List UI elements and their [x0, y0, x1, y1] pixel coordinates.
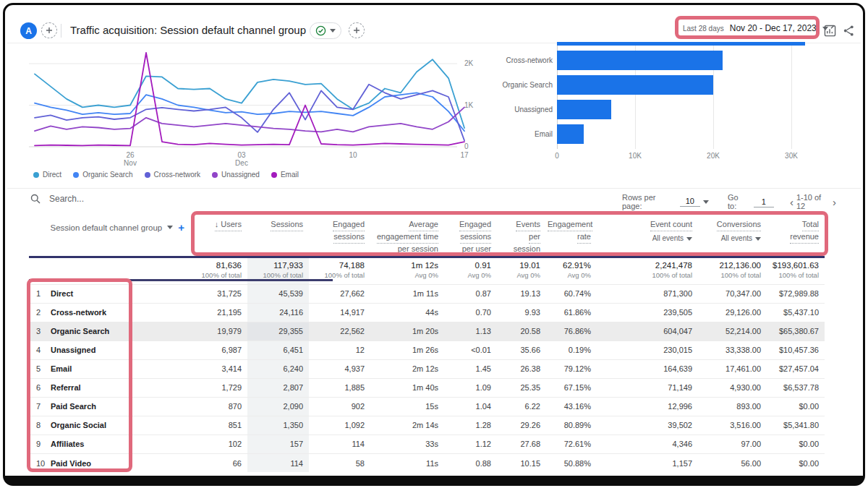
table-row: 1Direct31,72545,53927,6621m 11s0.8719.13… — [29, 284, 825, 303]
column-header-engagement-rate[interactable]: Engagementrate — [546, 213, 597, 257]
totals-value: 1m 12s — [372, 261, 438, 270]
share-icon — [843, 25, 855, 37]
column-header-line: Event count — [598, 219, 692, 231]
legend-label: Unassigned — [221, 171, 260, 179]
legend-item-cross-network[interactable]: Cross-network — [145, 171, 200, 179]
goto-page-input[interactable] — [754, 197, 774, 207]
search-input[interactable] — [48, 193, 192, 205]
channel-name: Email — [49, 359, 188, 378]
table-row: 4Unassigned6,9876,451121m 26s<0.0135.660… — [29, 341, 825, 359]
metric-cell: 6,451 — [247, 341, 309, 359]
channel-name: Unassigned — [49, 341, 188, 359]
column-header-events-per-session[interactable]: Eventspersession — [497, 213, 546, 257]
previous-page-button[interactable]: ‹ — [787, 197, 796, 207]
bar-category-label: Email — [492, 124, 553, 145]
bar-category-label: Organic Search — [492, 74, 553, 95]
column-header-engaged-sessions-per-user[interactable]: Engagedsessionsper user — [444, 213, 497, 257]
metric-cell: 604,047 — [597, 322, 698, 341]
avatar: A — [20, 22, 37, 39]
share-button[interactable] — [841, 22, 856, 38]
column-header-conversions[interactable]: ConversionsAll events — [698, 213, 767, 257]
column-header-event-count[interactable]: Event countAll events — [597, 213, 698, 257]
bar-row-direct: Direct — [492, 42, 835, 46]
rows-per-page-select[interactable]: 10 — [680, 197, 700, 207]
row-number: 1 — [29, 284, 49, 303]
legend-label: Email — [281, 171, 299, 179]
add-dimension-button[interactable]: + — [178, 221, 184, 234]
row-number: 7 — [29, 397, 49, 416]
metric-cell: 102 — [188, 435, 247, 453]
totals-sublabel: 100% of total — [190, 271, 242, 279]
channel-name: Cross-network — [49, 303, 188, 322]
customize-report-button[interactable] — [822, 22, 838, 38]
add-comparison-button[interactable] — [41, 22, 57, 38]
report-status-dropdown[interactable] — [310, 22, 341, 39]
metric-cell: 2,807 — [247, 378, 309, 397]
metric-cell: 80.89% — [546, 416, 597, 435]
y-axis-tick: 0 — [464, 142, 469, 150]
legend-dot-icon — [73, 172, 79, 178]
metric-cell: 12,996 — [597, 397, 698, 416]
chevron-down-icon[interactable] — [703, 200, 709, 204]
metric-cell: 239,505 — [597, 303, 698, 322]
table-row: 7Paid Search8702,09090215s1.046.2243.16%… — [29, 397, 825, 416]
legend-dot-icon — [271, 172, 277, 178]
row-number: 8 — [29, 416, 49, 435]
table-row: 5Email3,4146,2404,9372m 12s1.4526.3879.1… — [29, 359, 825, 378]
channel-name: Direct — [49, 284, 188, 303]
goto-label: Go to: — [728, 193, 748, 210]
column-filter-dropdown[interactable]: All events — [721, 234, 761, 244]
table-header-row: Session default channel group + ↓ UsersS… — [29, 213, 825, 257]
legend-item-direct[interactable]: Direct — [33, 171, 61, 179]
metric-cell: 2,090 — [247, 397, 309, 416]
column-header-total-revenue[interactable]: Totalrevenue — [767, 213, 825, 257]
column-header-line: rate — [548, 231, 591, 244]
metric-cell: 1.04 — [444, 397, 497, 416]
column-header-sessions[interactable]: Sessions — [247, 213, 309, 257]
column-header-line: Average — [372, 219, 438, 231]
table-row: 6Referral1,7292,8071,8851m 40s1.0925.356… — [29, 378, 825, 397]
column-header-line: per session — [372, 244, 438, 256]
plus-icon — [353, 27, 360, 34]
next-page-button[interactable]: › — [830, 197, 839, 207]
metric-cell: 45,539 — [247, 284, 309, 303]
add-report-item-button[interactable] — [349, 22, 365, 38]
legend-item-organic-search[interactable]: Organic Search — [73, 171, 132, 179]
metric-cell: 1,092 — [309, 416, 370, 435]
date-preset-label: Last 28 days — [683, 25, 724, 33]
column-filter-dropdown[interactable]: All events — [652, 234, 692, 244]
metric-cell: 17,461.00 — [698, 359, 767, 378]
bar-row-unassigned: Unassigned — [492, 99, 835, 120]
chevron-down-icon[interactable] — [167, 226, 173, 229]
rows-per-page-label: Rows per page: — [622, 193, 674, 210]
line-chart: 01K2K26Nov03Dec1017 — [26, 42, 483, 179]
metric-cell: 851 — [188, 416, 247, 435]
row-number: 4 — [29, 341, 49, 359]
legend-item-unassigned[interactable]: Unassigned — [212, 171, 260, 179]
column-filter-label: All events — [652, 234, 684, 244]
column-header-engaged-sessions[interactable]: Engagedsessions — [309, 213, 370, 257]
bar — [557, 124, 584, 144]
metric-cell: 79.12% — [546, 359, 597, 378]
row-number: 6 — [29, 378, 49, 397]
column-header-average-engagement-time-per-session[interactable]: Averageengagement timeper session — [370, 213, 444, 257]
column-header-line: per — [498, 231, 540, 244]
date-range-selector[interactable]: Last 28 days Nov 20 - Dec 17, 2023 — [678, 20, 833, 37]
metric-cell: 52,214.00 — [698, 322, 767, 341]
column-header-line: engagement time — [372, 231, 438, 244]
metric-cell: 27,662 — [309, 284, 370, 303]
table-search[interactable] — [30, 193, 192, 205]
metric-cell: 6,987 — [188, 341, 247, 359]
totals-sublabel: 100% of total — [249, 271, 303, 279]
bar-row-email: Email — [492, 124, 835, 145]
legend-item-email[interactable]: Email — [271, 171, 299, 179]
metric-cell: $10,457.36 — [767, 341, 825, 359]
totals-value: 62.91% — [548, 261, 591, 270]
y-axis-tick: 2K — [464, 59, 474, 67]
dimension-header[interactable]: Session default channel group + — [29, 213, 188, 257]
metric-cell: 67.15% — [546, 378, 597, 397]
column-header-users[interactable]: ↓ Users — [188, 213, 247, 257]
metric-cell: 1.45 — [444, 359, 497, 378]
bar-chart-x-axis: 010K20K30K — [492, 152, 835, 162]
metric-cell: 893.00 — [698, 397, 767, 416]
